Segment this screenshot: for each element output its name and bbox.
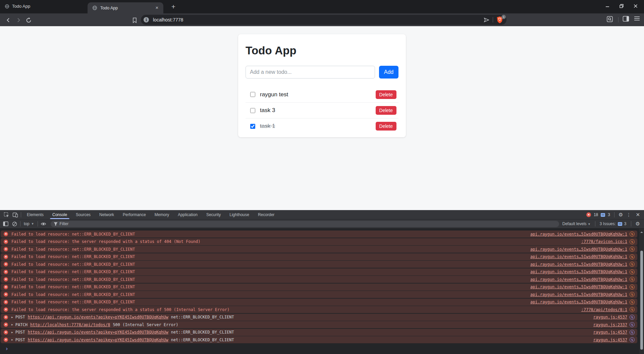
extension-attribution-icon[interactable]: ⇅: [630, 315, 635, 320]
expand-triangle-icon[interactable]: ▶: [11, 331, 13, 334]
source-location-link[interactable]: api.raygun.io/events…5Iwsd0UTBQUqKqhUw:1: [530, 277, 627, 282]
console-message[interactable]: ✕Failed to load resource: net::ERR_BLOCK…: [1, 268, 637, 275]
back-button[interactable]: [4, 16, 13, 24]
source-location-link[interactable]: raygun.js:4537: [593, 330, 627, 335]
expand-triangle-icon[interactable]: ▶: [11, 338, 13, 341]
bookmark-icon[interactable]: [130, 16, 139, 24]
inspect-element-icon[interactable]: [2, 210, 11, 219]
extension-attribution-icon[interactable]: ⇅: [630, 337, 635, 342]
reload-button[interactable]: [24, 16, 33, 24]
expand-triangle-icon[interactable]: ▶: [11, 323, 13, 326]
extension-attribution-icon[interactable]: ⇅: [630, 330, 635, 335]
devtools-tab-sources[interactable]: Sources: [71, 210, 95, 219]
source-location-link[interactable]: api.raygun.io/events…5Iwsd0UTBQUqKqhUw:1: [530, 247, 627, 252]
console-message[interactable]: ✕▶POSThttps://api.raygun.io/events?apike…: [1, 314, 637, 321]
source-location-link[interactable]: api.raygun.io/events…5Iwsd0UTBQUqKqhUw:1: [530, 292, 627, 297]
delete-button[interactable]: Delete: [376, 90, 396, 99]
devtools-tab-memory[interactable]: Memory: [150, 210, 173, 219]
console-filter-input[interactable]: Filter: [51, 221, 559, 227]
issues-link[interactable]: 3 Issues: 3: [600, 221, 627, 226]
scrollbar-up-arrow[interactable]: [640, 230, 643, 233]
todo-checkbox[interactable]: [250, 108, 255, 113]
console-message[interactable]: ✕Failed to load resource: net::ERR_BLOCK…: [1, 276, 637, 283]
console-message[interactable]: ✕▶POSThttps://api.raygun.io/events?apike…: [1, 329, 637, 336]
search-tab-icon[interactable]: [606, 16, 613, 22]
devtools-close-icon[interactable]: ✕: [634, 212, 641, 218]
todo-checkbox[interactable]: [250, 92, 255, 97]
new-todo-input[interactable]: [246, 66, 375, 79]
add-button[interactable]: Add: [379, 66, 398, 79]
console-message[interactable]: ✕Failed to load resource: net::ERR_BLOCK…: [1, 253, 637, 260]
expand-triangle-icon[interactable]: ▶: [11, 316, 13, 319]
console-message[interactable]: ✕Failed to load resource: net::ERR_BLOCK…: [1, 299, 637, 306]
source-location-link[interactable]: api.raygun.io/events…5Iwsd0UTBQUqKqhUw:1: [530, 262, 627, 267]
address-bar[interactable]: i localhost:7778 1: [141, 15, 506, 25]
extension-attribution-icon[interactable]: ⇅: [630, 232, 635, 237]
browser-tab[interactable]: Todo App ×: [88, 2, 163, 13]
devtools-settings-gear-icon[interactable]: ⚙: [619, 212, 623, 218]
devtools-tab-lighthouse[interactable]: Lighthouse: [225, 210, 254, 219]
device-toolbar-icon[interactable]: [11, 210, 19, 219]
error-count-icon[interactable]: ✕: [586, 212, 591, 217]
devtools-tab-application[interactable]: Application: [173, 210, 202, 219]
source-location-link[interactable]: raygun.js:4537: [593, 315, 627, 319]
tab-close-icon[interactable]: ×: [154, 5, 160, 11]
console-message[interactable]: ✕Failed to load resource: net::ERR_BLOCK…: [1, 284, 637, 291]
url-text[interactable]: localhost:7778: [153, 17, 484, 22]
extension-attribution-icon[interactable]: ⇅: [630, 269, 635, 274]
new-tab-button[interactable]: +: [169, 3, 177, 11]
share-icon[interactable]: [484, 17, 489, 22]
forward-button[interactable]: [14, 16, 23, 24]
devtools-tab-console[interactable]: Console: [48, 210, 71, 219]
site-info-icon[interactable]: i: [144, 17, 149, 22]
menu-hamburger-icon[interactable]: [634, 16, 640, 21]
devtools-tab-network[interactable]: Network: [95, 210, 118, 219]
request-url-link[interactable]: https://api.raygun.io/events?apikey=pYKE…: [28, 338, 168, 342]
delete-button[interactable]: Delete: [376, 106, 396, 115]
devtools-more-options-icon[interactable]: ⋮: [626, 212, 632, 217]
console-message[interactable]: ✕Failed to load resource: net::ERR_BLOCK…: [1, 231, 637, 238]
extension-attribution-icon[interactable]: ⇅: [630, 300, 635, 305]
console-settings-gear-icon[interactable]: ⚙: [636, 221, 640, 227]
extension-attribution-icon[interactable]: ⇅: [630, 285, 635, 290]
devtools-tab-elements[interactable]: Elements: [22, 210, 48, 219]
scrollbar-thumb[interactable]: [640, 251, 643, 350]
console-message[interactable]: ✕Failed to load resource: the server res…: [1, 306, 637, 313]
error-count[interactable]: 18: [594, 212, 598, 217]
source-location-link[interactable]: :7778/favicon.ico:1: [581, 239, 627, 244]
console-message[interactable]: ✕Failed to load resource: net::ERR_BLOCK…: [1, 261, 637, 268]
console-prompt[interactable]: ›: [0, 344, 644, 353]
source-location-link[interactable]: api.raygun.io/events…5Iwsd0UTBQUqKqhUw:1: [530, 285, 627, 289]
extension-attribution-icon[interactable]: ⇅: [630, 247, 635, 252]
devtools-tab-recorder[interactable]: Recorder: [254, 210, 279, 219]
devtools-tab-performance[interactable]: Performance: [118, 210, 150, 219]
extension-attribution-icon[interactable]: ⇅: [630, 322, 635, 327]
extension-attribution-icon[interactable]: ⇅: [630, 292, 635, 297]
request-url-link[interactable]: http://localhost:7778/api/todos/8: [30, 322, 110, 327]
live-expression-eye-icon[interactable]: [39, 222, 48, 226]
request-url-link[interactable]: https://api.raygun.io/events?apikey=pYKE…: [28, 330, 168, 335]
devtools-tab-security[interactable]: Security: [202, 210, 225, 219]
console-message[interactable]: ✕▶POSThttps://api.raygun.io/events?apike…: [1, 336, 637, 343]
source-location-link[interactable]: raygun.js:4537: [593, 338, 627, 342]
javascript-context-dropdown[interactable]: top ▼: [22, 221, 36, 226]
sidebar-toggle-icon[interactable]: [623, 16, 629, 22]
extension-attribution-icon[interactable]: ⇅: [630, 239, 635, 244]
delete-button[interactable]: Delete: [376, 122, 396, 131]
extension-attribution-icon[interactable]: ⇅: [630, 254, 635, 259]
source-location-link[interactable]: api.raygun.io/events…5Iwsd0UTBQUqKqhUw:1: [530, 254, 627, 259]
source-location-link[interactable]: :7778/api/todos/8:1: [581, 307, 627, 312]
console-message[interactable]: ✕Failed to load resource: the server res…: [1, 238, 637, 245]
extension-attribution-icon[interactable]: ⇅: [630, 277, 635, 282]
extension-attribution-icon[interactable]: ⇅: [630, 307, 635, 312]
source-location-link[interactable]: raygun.js:2337: [593, 322, 627, 327]
log-levels-dropdown[interactable]: Default levels ▼: [562, 221, 591, 226]
extension-attribution-icon[interactable]: ⇅: [630, 262, 635, 267]
source-location-link[interactable]: api.raygun.io/events…5Iwsd0UTBQUqKqhUw:1: [530, 232, 627, 237]
source-location-link[interactable]: api.raygun.io/events…5Iwsd0UTBQUqKqhUw:1: [530, 300, 627, 304]
console-message[interactable]: ✕▶PATCHhttp://localhost:7778/api/todos/8…: [1, 321, 637, 328]
clear-console-icon[interactable]: [10, 221, 19, 226]
source-location-link[interactable]: api.raygun.io/events…5Iwsd0UTBQUqKqhUw:1: [530, 269, 627, 274]
request-url-link[interactable]: https://api.raygun.io/events?apikey=pYKE…: [28, 315, 168, 319]
window-minimize-button[interactable]: [604, 3, 610, 9]
